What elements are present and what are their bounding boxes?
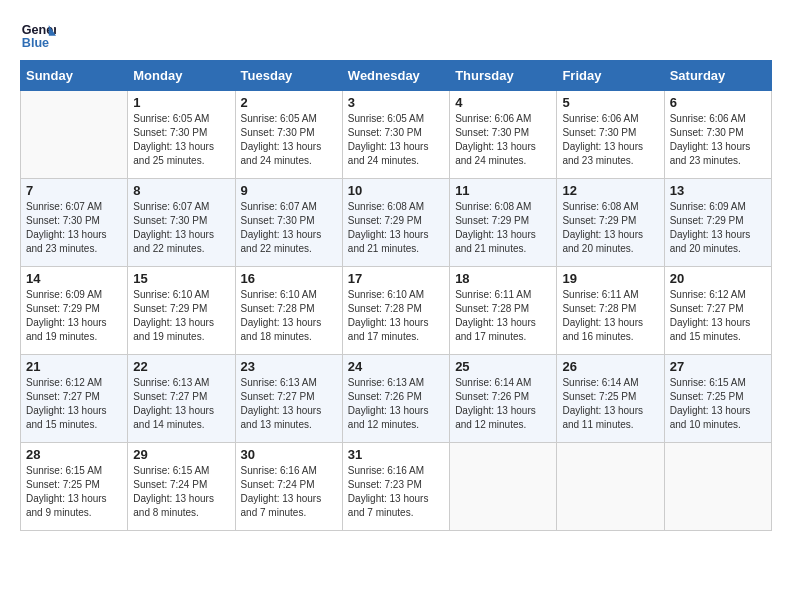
day-number: 29 [133,447,229,462]
calendar-header-row: SundayMondayTuesdayWednesdayThursdayFrid… [21,61,772,91]
calendar-cell: 24Sunrise: 6:13 AM Sunset: 7:26 PM Dayli… [342,355,449,443]
calendar-week-row: 7Sunrise: 6:07 AM Sunset: 7:30 PM Daylig… [21,179,772,267]
calendar-body: 1Sunrise: 6:05 AM Sunset: 7:30 PM Daylig… [21,91,772,531]
calendar-cell [450,443,557,531]
cell-content: Sunrise: 6:05 AM Sunset: 7:30 PM Dayligh… [241,112,337,168]
cell-content: Sunrise: 6:05 AM Sunset: 7:30 PM Dayligh… [348,112,444,168]
calendar-cell: 23Sunrise: 6:13 AM Sunset: 7:27 PM Dayli… [235,355,342,443]
calendar-cell: 1Sunrise: 6:05 AM Sunset: 7:30 PM Daylig… [128,91,235,179]
calendar-day-header: Monday [128,61,235,91]
cell-content: Sunrise: 6:08 AM Sunset: 7:29 PM Dayligh… [455,200,551,256]
cell-content: Sunrise: 6:06 AM Sunset: 7:30 PM Dayligh… [562,112,658,168]
day-number: 18 [455,271,551,286]
cell-content: Sunrise: 6:16 AM Sunset: 7:24 PM Dayligh… [241,464,337,520]
day-number: 20 [670,271,766,286]
cell-content: Sunrise: 6:08 AM Sunset: 7:29 PM Dayligh… [562,200,658,256]
calendar-cell: 19Sunrise: 6:11 AM Sunset: 7:28 PM Dayli… [557,267,664,355]
calendar-cell [664,443,771,531]
day-number: 10 [348,183,444,198]
calendar-cell: 6Sunrise: 6:06 AM Sunset: 7:30 PM Daylig… [664,91,771,179]
page-header: General Blue [20,16,772,52]
cell-content: Sunrise: 6:15 AM Sunset: 7:25 PM Dayligh… [26,464,122,520]
calendar-day-header: Friday [557,61,664,91]
calendar-week-row: 21Sunrise: 6:12 AM Sunset: 7:27 PM Dayli… [21,355,772,443]
day-number: 11 [455,183,551,198]
cell-content: Sunrise: 6:07 AM Sunset: 7:30 PM Dayligh… [26,200,122,256]
calendar-week-row: 14Sunrise: 6:09 AM Sunset: 7:29 PM Dayli… [21,267,772,355]
day-number: 13 [670,183,766,198]
cell-content: Sunrise: 6:13 AM Sunset: 7:26 PM Dayligh… [348,376,444,432]
calendar-cell: 13Sunrise: 6:09 AM Sunset: 7:29 PM Dayli… [664,179,771,267]
day-number: 27 [670,359,766,374]
day-number: 1 [133,95,229,110]
calendar-cell: 18Sunrise: 6:11 AM Sunset: 7:28 PM Dayli… [450,267,557,355]
cell-content: Sunrise: 6:15 AM Sunset: 7:25 PM Dayligh… [670,376,766,432]
calendar-cell: 12Sunrise: 6:08 AM Sunset: 7:29 PM Dayli… [557,179,664,267]
cell-content: Sunrise: 6:12 AM Sunset: 7:27 PM Dayligh… [670,288,766,344]
cell-content: Sunrise: 6:13 AM Sunset: 7:27 PM Dayligh… [133,376,229,432]
cell-content: Sunrise: 6:06 AM Sunset: 7:30 PM Dayligh… [670,112,766,168]
calendar-cell: 2Sunrise: 6:05 AM Sunset: 7:30 PM Daylig… [235,91,342,179]
calendar-cell: 30Sunrise: 6:16 AM Sunset: 7:24 PM Dayli… [235,443,342,531]
day-number: 17 [348,271,444,286]
cell-content: Sunrise: 6:11 AM Sunset: 7:28 PM Dayligh… [562,288,658,344]
day-number: 7 [26,183,122,198]
day-number: 25 [455,359,551,374]
day-number: 9 [241,183,337,198]
day-number: 19 [562,271,658,286]
calendar-cell: 5Sunrise: 6:06 AM Sunset: 7:30 PM Daylig… [557,91,664,179]
calendar-cell: 7Sunrise: 6:07 AM Sunset: 7:30 PM Daylig… [21,179,128,267]
day-number: 16 [241,271,337,286]
cell-content: Sunrise: 6:10 AM Sunset: 7:28 PM Dayligh… [348,288,444,344]
calendar-cell: 17Sunrise: 6:10 AM Sunset: 7:28 PM Dayli… [342,267,449,355]
calendar-cell: 20Sunrise: 6:12 AM Sunset: 7:27 PM Dayli… [664,267,771,355]
cell-content: Sunrise: 6:14 AM Sunset: 7:26 PM Dayligh… [455,376,551,432]
calendar-cell: 11Sunrise: 6:08 AM Sunset: 7:29 PM Dayli… [450,179,557,267]
calendar-week-row: 1Sunrise: 6:05 AM Sunset: 7:30 PM Daylig… [21,91,772,179]
calendar-cell: 10Sunrise: 6:08 AM Sunset: 7:29 PM Dayli… [342,179,449,267]
cell-content: Sunrise: 6:16 AM Sunset: 7:23 PM Dayligh… [348,464,444,520]
day-number: 22 [133,359,229,374]
calendar-cell: 4Sunrise: 6:06 AM Sunset: 7:30 PM Daylig… [450,91,557,179]
cell-content: Sunrise: 6:09 AM Sunset: 7:29 PM Dayligh… [26,288,122,344]
calendar-cell: 27Sunrise: 6:15 AM Sunset: 7:25 PM Dayli… [664,355,771,443]
day-number: 26 [562,359,658,374]
calendar-cell: 9Sunrise: 6:07 AM Sunset: 7:30 PM Daylig… [235,179,342,267]
cell-content: Sunrise: 6:05 AM Sunset: 7:30 PM Dayligh… [133,112,229,168]
calendar-cell: 26Sunrise: 6:14 AM Sunset: 7:25 PM Dayli… [557,355,664,443]
day-number: 5 [562,95,658,110]
calendar-day-header: Saturday [664,61,771,91]
cell-content: Sunrise: 6:15 AM Sunset: 7:24 PM Dayligh… [133,464,229,520]
day-number: 31 [348,447,444,462]
cell-content: Sunrise: 6:10 AM Sunset: 7:28 PM Dayligh… [241,288,337,344]
calendar-day-header: Sunday [21,61,128,91]
cell-content: Sunrise: 6:10 AM Sunset: 7:29 PM Dayligh… [133,288,229,344]
day-number: 28 [26,447,122,462]
calendar-cell: 8Sunrise: 6:07 AM Sunset: 7:30 PM Daylig… [128,179,235,267]
day-number: 15 [133,271,229,286]
day-number: 12 [562,183,658,198]
calendar-cell: 14Sunrise: 6:09 AM Sunset: 7:29 PM Dayli… [21,267,128,355]
cell-content: Sunrise: 6:11 AM Sunset: 7:28 PM Dayligh… [455,288,551,344]
cell-content: Sunrise: 6:07 AM Sunset: 7:30 PM Dayligh… [133,200,229,256]
day-number: 30 [241,447,337,462]
day-number: 2 [241,95,337,110]
calendar-cell: 28Sunrise: 6:15 AM Sunset: 7:25 PM Dayli… [21,443,128,531]
calendar-cell [557,443,664,531]
cell-content: Sunrise: 6:14 AM Sunset: 7:25 PM Dayligh… [562,376,658,432]
calendar-table: SundayMondayTuesdayWednesdayThursdayFrid… [20,60,772,531]
calendar-cell: 15Sunrise: 6:10 AM Sunset: 7:29 PM Dayli… [128,267,235,355]
day-number: 4 [455,95,551,110]
cell-content: Sunrise: 6:08 AM Sunset: 7:29 PM Dayligh… [348,200,444,256]
calendar-cell: 25Sunrise: 6:14 AM Sunset: 7:26 PM Dayli… [450,355,557,443]
calendar-week-row: 28Sunrise: 6:15 AM Sunset: 7:25 PM Dayli… [21,443,772,531]
cell-content: Sunrise: 6:06 AM Sunset: 7:30 PM Dayligh… [455,112,551,168]
calendar-cell: 16Sunrise: 6:10 AM Sunset: 7:28 PM Dayli… [235,267,342,355]
calendar-cell: 21Sunrise: 6:12 AM Sunset: 7:27 PM Dayli… [21,355,128,443]
cell-content: Sunrise: 6:09 AM Sunset: 7:29 PM Dayligh… [670,200,766,256]
calendar-cell: 22Sunrise: 6:13 AM Sunset: 7:27 PM Dayli… [128,355,235,443]
day-number: 3 [348,95,444,110]
day-number: 21 [26,359,122,374]
calendar-day-header: Tuesday [235,61,342,91]
calendar-cell: 29Sunrise: 6:15 AM Sunset: 7:24 PM Dayli… [128,443,235,531]
